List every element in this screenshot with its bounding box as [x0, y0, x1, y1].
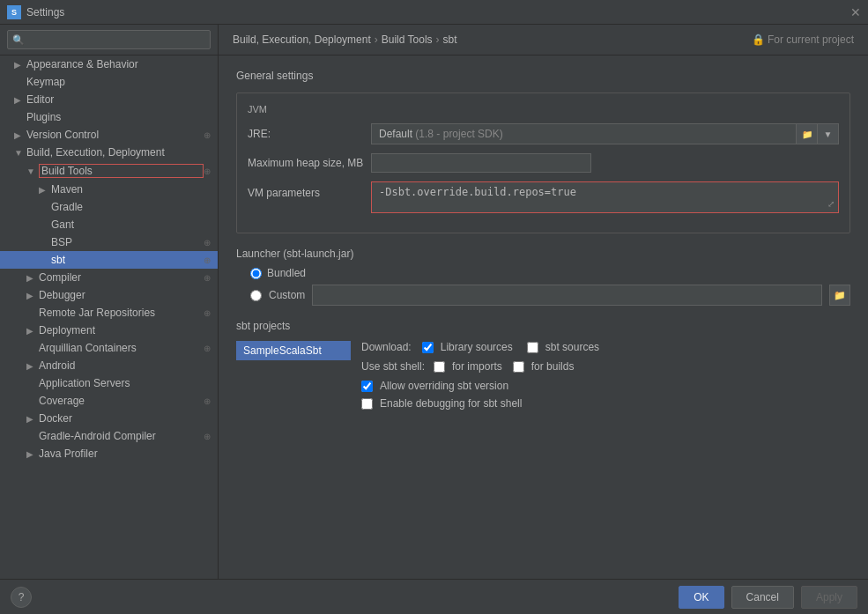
sidebar-item-docker[interactable]: ▶ Docker	[0, 410, 218, 427]
vm-expand-icon[interactable]: ⤢	[827, 199, 835, 209]
cancel-button[interactable]: Cancel	[731, 586, 794, 609]
jre-browse-button[interactable]: 📁	[797, 123, 818, 144]
sidebar-item-remote-jar[interactable]: Remote Jar Repositories ⊕	[0, 304, 218, 322]
launcher-section: Launcher (sbt-launch.jar) Bundled Custom…	[236, 248, 850, 306]
max-heap-input-wrapper	[371, 153, 839, 173]
ok-button[interactable]: OK	[679, 586, 723, 609]
for-imports-label: for imports	[452, 360, 502, 373]
launcher-title: Launcher (sbt-launch.jar)	[236, 248, 850, 260]
content-area: Build, Execution, Deployment › Build Too…	[219, 25, 868, 579]
jre-row: JRE: Default (1.8 - project SDK) 📁 ▼	[248, 123, 839, 144]
vm-params-row: VM parameters -Dsbt.override.build.repos…	[248, 181, 839, 213]
sidebar: 🔍 ▶ Appearance & Behavior Keymap ▶ Edito…	[0, 25, 219, 579]
max-heap-input[interactable]	[371, 153, 591, 173]
sidebar-item-debugger[interactable]: ▶ Debugger	[0, 286, 218, 304]
jvm-label: JVM	[248, 104, 839, 115]
jre-label: JRE:	[248, 128, 371, 140]
sidebar-item-build-tools[interactable]: ▼ Build Tools ⊕	[0, 161, 218, 181]
breadcrumb-part2: Build Tools	[382, 33, 433, 46]
expand-arrow: ▶	[14, 130, 26, 140]
sidebar-item-label: Docker	[39, 412, 211, 425]
custom-browse-button[interactable]: 📁	[829, 285, 850, 306]
sidebar-item-sbt[interactable]: sbt ⊕	[0, 251, 218, 269]
sidebar-item-gradle[interactable]: Gradle	[0, 198, 218, 216]
for-builds-checkbox[interactable]	[513, 361, 524, 373]
sync-icon: ⊕	[204, 130, 211, 140]
sidebar-item-java-profiler[interactable]: ▶ Java Profiler	[0, 445, 218, 462]
breadcrumb-sep1: ›	[375, 33, 378, 46]
sbt-shell-row: Use sbt shell: for imports for builds	[361, 360, 850, 373]
sidebar-item-maven[interactable]: ▶ Maven	[0, 181, 218, 198]
help-icon: ?	[19, 591, 25, 603]
sidebar-item-gant[interactable]: Gant	[0, 216, 218, 233]
jre-value[interactable]: Default (1.8 - project SDK)	[371, 123, 797, 144]
lock-icon: 🔒	[752, 33, 765, 46]
sidebar-item-appearance[interactable]: ▶ Appearance & Behavior	[0, 55, 218, 73]
sidebar-item-build-exec-deploy[interactable]: ▼ Build, Execution, Deployment	[0, 144, 218, 161]
bundled-radio-row: Bundled	[236, 267, 850, 279]
allow-override-label: Allow overriding sbt version	[380, 380, 508, 392]
enable-debugging-row: Enable debugging for sbt shell	[361, 397, 850, 410]
sidebar-item-bsp[interactable]: BSP ⊕	[0, 233, 218, 251]
sidebar-item-android[interactable]: ▶ Android	[0, 357, 218, 374]
sbt-layout: SampleScalaSbt Download: Library sources…	[236, 341, 850, 415]
expand-arrow: ▶	[39, 185, 51, 195]
search-input[interactable]	[7, 30, 211, 49]
library-sources-checkbox[interactable]	[422, 342, 434, 353]
search-icon: 🔍	[12, 34, 25, 46]
sidebar-item-label: Keymap	[26, 76, 211, 88]
max-heap-row: Maximum heap size, MB	[248, 153, 839, 173]
expand-arrow: ▶	[26, 273, 39, 283]
sidebar-item-version-control[interactable]: ▶ Version Control ⊕	[0, 126, 218, 144]
sidebar-item-label: Gradle-Android Compiler	[39, 430, 204, 442]
sidebar-item-plugins[interactable]: Plugins	[0, 108, 218, 126]
sbt-sources-checkbox[interactable]	[527, 342, 538, 353]
sync-icon: ⊕	[204, 166, 211, 176]
sidebar-item-compiler[interactable]: ▶ Compiler ⊕	[0, 269, 218, 286]
expand-arrow: ▶	[14, 95, 26, 105]
sidebar-item-label: sbt	[51, 254, 204, 266]
jre-dropdown-button[interactable]: ▼	[818, 123, 839, 144]
custom-label: Custom	[269, 289, 305, 301]
help-button[interactable]: ?	[11, 587, 32, 608]
close-button[interactable]: ✕	[850, 5, 861, 19]
sidebar-item-label: BSP	[51, 236, 204, 248]
expand-arrow: ▶	[26, 326, 39, 336]
expand-arrow: ▼	[26, 166, 39, 176]
sync-icon: ⊕	[204, 255, 211, 265]
jre-select: Default (1.8 - project SDK) 📁 ▼	[371, 123, 839, 144]
sbt-project-name: SampleScalaSbt	[243, 344, 322, 357]
for-builds-label: for builds	[531, 360, 575, 373]
sidebar-item-gradle-android[interactable]: Gradle-Android Compiler ⊕	[0, 427, 218, 445]
sidebar-item-deployment[interactable]: ▶ Deployment	[0, 322, 218, 339]
sidebar-item-label: Gant	[51, 218, 211, 231]
enable-debug-checkbox[interactable]	[361, 398, 373, 410]
sidebar-item-coverage[interactable]: Coverage ⊕	[0, 392, 218, 410]
general-settings-label: General settings	[236, 70, 850, 82]
window-title: Settings	[26, 6, 64, 18]
sidebar-item-arquillian[interactable]: Arquillian Containers ⊕	[0, 339, 218, 357]
sidebar-item-editor[interactable]: ▶ Editor	[0, 91, 218, 108]
jre-display-value: Default (1.8 - project SDK)	[379, 128, 503, 140]
sidebar-item-label: Debugger	[39, 289, 211, 301]
custom-radio[interactable]	[250, 290, 262, 301]
apply-button[interactable]: Apply	[801, 586, 857, 609]
sidebar-item-label: Build, Execution, Deployment	[26, 146, 211, 159]
sidebar-item-label: Remote Jar Repositories	[39, 307, 204, 319]
sbt-project-item[interactable]: SampleScalaSbt	[236, 341, 351, 360]
breadcrumb: Build, Execution, Deployment › Build Too…	[219, 25, 868, 55]
for-imports-checkbox[interactable]	[434, 361, 445, 373]
allow-override-checkbox[interactable]	[361, 381, 373, 392]
bundled-radio[interactable]	[250, 268, 262, 279]
vm-params-input[interactable]: -Dsbt.override.build.repos=true ⤢	[371, 181, 839, 213]
sidebar-item-label: Deployment	[39, 324, 211, 337]
expand-arrow: ▶	[26, 291, 39, 300]
sync-icon: ⊕	[204, 238, 211, 248]
sbt-project-list: SampleScalaSbt	[236, 341, 351, 415]
custom-path-input[interactable]	[312, 285, 822, 306]
custom-radio-row: Custom 📁	[236, 285, 850, 306]
svg-text:S: S	[11, 8, 17, 17]
sidebar-item-keymap[interactable]: Keymap	[0, 73, 218, 91]
sidebar-item-application-servers[interactable]: Application Servers	[0, 374, 218, 392]
expand-arrow: ▶	[26, 449, 39, 459]
